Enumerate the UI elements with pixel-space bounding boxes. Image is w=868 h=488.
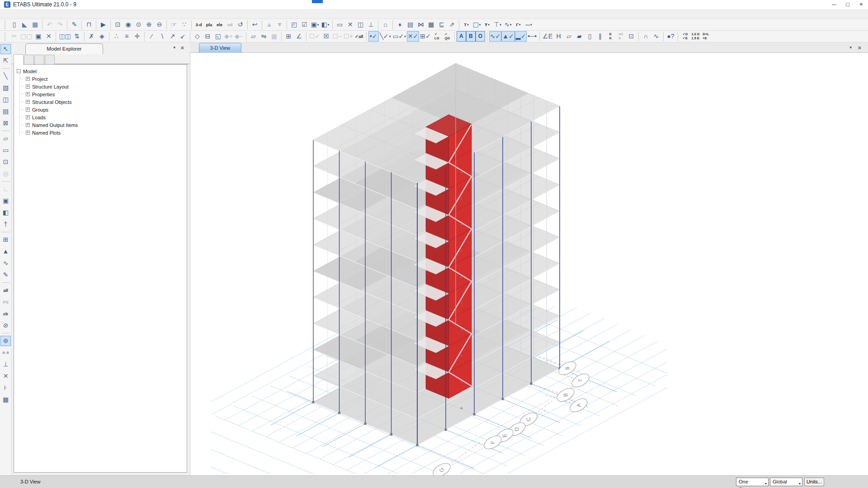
pan-icon[interactable]: ☞ — [169, 19, 179, 30]
mirror-icon[interactable]: ⇋ — [259, 31, 269, 42]
copy-icon[interactable]: ▢▢ — [19, 31, 33, 42]
load-dle-icon[interactable]: D+L+E — [701, 31, 711, 42]
quick-draw-frame-icon[interactable]: ▧ — [0, 83, 11, 93]
snap-lines-icon[interactable]: ╲✓ ▾ — [379, 31, 392, 42]
redo-icon[interactable]: ↷ — [55, 19, 65, 30]
select-pointer-icon[interactable]: ↖ — [0, 44, 11, 54]
delete-assigns-icon[interactable]: ☒ — [321, 31, 331, 42]
undo-icon[interactable]: ↶ — [44, 19, 55, 30]
water-drop-icon[interactable]: ♦ — [395, 19, 405, 30]
align-points-icon[interactable]: ∴ — [111, 31, 122, 42]
open-model-icon[interactable]: ◣ — [19, 19, 30, 30]
object-shade-icon[interactable]: ◧ ▾ — [320, 19, 330, 30]
tab-reports[interactable] — [45, 55, 55, 65]
minimize-button[interactable]: — — [827, 0, 841, 9]
overline-t-tool-icon[interactable]: Ŧ ▾ — [482, 19, 492, 30]
replicate-icon[interactable]: ⇅ — [72, 31, 82, 42]
show-grid-lines-icon[interactable]: B — [466, 31, 476, 42]
view-3d-icon[interactable]: 3-d — [193, 19, 204, 30]
coord-system-combo[interactable]: Global ▾ — [770, 478, 802, 486]
restore-full-view-icon[interactable]: ◉ — [123, 19, 133, 30]
tree-expander[interactable]: + — [26, 123, 30, 127]
edit-diaphragm-icon[interactable]: ▦ — [269, 31, 279, 42]
previous-display-icon[interactable]: ↩ — [250, 19, 260, 30]
draw-line-icon[interactable]: ╲ — [0, 71, 11, 81]
zoom-out-icon[interactable]: ⊖ — [154, 19, 165, 30]
show-architecture-icon[interactable]: A — [457, 31, 466, 42]
plot-functions-icon[interactable]: ∠E — [542, 31, 553, 42]
draw-dimension-icon[interactable]: ✎ — [0, 270, 11, 280]
snap-midpoints-icon[interactable]: ∘∘ — [0, 347, 11, 358]
panel-caret-icon[interactable]: ▾ — [173, 45, 175, 50]
snap-qg-icon[interactable]: ✓QG — [442, 31, 453, 42]
corner-tool-icon[interactable]: Γ ▾ — [513, 19, 524, 30]
query-ball-icon[interactable]: ●? — [665, 31, 676, 42]
trim-frames-icon[interactable]: ∕ — [146, 31, 157, 42]
snap-joints-icon[interactable]: ⊚ — [0, 336, 11, 346]
draw-link-icon[interactable]: † — [0, 219, 11, 230]
mesh-areas-icon[interactable]: ◇ — [192, 31, 203, 42]
clear-selection-icon[interactable]: clr — [0, 309, 11, 319]
tree-item-named-plots[interactable]: + Named Plots — [14, 129, 187, 136]
quick-draw-wall-icon[interactable]: ▣ — [0, 196, 11, 206]
move-up-story-icon[interactable]: ▲ — [264, 19, 274, 30]
tree-item-structural-objects[interactable]: + Structural Objects — [14, 98, 187, 106]
draw-rect-area-icon[interactable]: ▭ — [0, 145, 11, 155]
slab-icon[interactable]: ▱ — [564, 31, 574, 42]
section-bed-icon[interactable]: ⊑ — [436, 19, 447, 30]
previous-selection-icon[interactable]: PS — [0, 297, 11, 307]
draw-tower-icon[interactable]: ▲ — [0, 246, 11, 257]
zoom-in-icon[interactable]: ⊕ — [144, 19, 154, 30]
move-down-story-icon[interactable]: ▼ — [274, 19, 285, 30]
tree-expander[interactable]: + — [26, 131, 30, 135]
quick-draw-column-icon[interactable]: ◫ — [0, 94, 11, 105]
tree-item-groups[interactable]: + Groups — [14, 106, 187, 113]
tree-item-project[interactable]: + Project — [14, 75, 187, 83]
bridge-icon[interactable]: ⋈ — [415, 19, 426, 30]
draw-wall-stack-icon[interactable]: ∟ — [0, 184, 11, 194]
draw-poly-area-icon[interactable]: ▱ — [0, 133, 11, 144]
tree-item-properties[interactable]: + Properties — [14, 90, 187, 98]
move-objects-icon[interactable]: ✛ — [132, 31, 142, 42]
similar-stories-icon[interactable]: ◫◫ — [58, 31, 71, 42]
draw-opening-icon[interactable]: ◧ — [0, 207, 11, 218]
edit-axes-icon[interactable]: ∠ — [294, 31, 304, 42]
tree-expander[interactable]: - — [17, 69, 21, 73]
units-button[interactable]: Units... — [804, 478, 824, 486]
quick-draw-area-icon[interactable]: ⊡ — [0, 157, 11, 167]
previous-zoom-icon[interactable]: ⊙ — [133, 19, 144, 30]
grid-options-icon[interactable]: ⊞ — [283, 31, 294, 42]
delete-icon[interactable]: ✕ — [43, 31, 54, 42]
tendon-icon[interactable]: ∥ — [595, 31, 605, 42]
rotate-3d-view-icon[interactable]: ↺ — [235, 19, 245, 30]
tree-expander[interactable]: + — [26, 100, 30, 104]
break-objects-icon[interactable]: ✗ — [86, 31, 97, 42]
draw-curve-icon[interactable]: ∿ — [0, 258, 11, 268]
show-loads-icon[interactable]: ▂✓ — [515, 31, 527, 42]
extend-frames-icon[interactable]: ∖ — [157, 31, 167, 42]
assign-selection-icon[interactable]: ☐✓ — [308, 31, 321, 42]
label-tool-icon[interactable]: ⊤ ▾ — [492, 19, 503, 30]
select-display-icon[interactable]: ◰ — [289, 19, 299, 30]
snap-fine-grid-icon[interactable]: ▦ — [0, 394, 11, 405]
wall-panel-icon[interactable]: ▯ — [585, 31, 595, 42]
model-explorer-title-tab[interactable]: Model Explorer — [25, 43, 103, 54]
view-caret-icon[interactable]: ▾ — [849, 45, 852, 50]
point-object-icon[interactable]: ⊡ — [626, 31, 637, 42]
show-deformed-icon[interactable]: ∿✓ — [489, 31, 501, 42]
new-model-icon[interactable]: ▯ — [9, 19, 19, 30]
panel-close-icon[interactable]: ✕ — [180, 45, 184, 51]
paste-icon[interactable]: ▣ — [33, 31, 43, 42]
snap-points-icon[interactable]: •✓ — [368, 31, 379, 42]
tree-item-model[interactable]: - Model — [14, 67, 187, 75]
cut-icon[interactable]: ✂ — [9, 31, 19, 42]
save-icon[interactable]: ▦ — [30, 19, 40, 30]
snap-perpendicular-icon[interactable]: ⊥ — [0, 359, 11, 370]
extend-lines-icon[interactable]: ↙ — [178, 31, 188, 42]
elevation-view-icon[interactable]: ele — [214, 19, 225, 30]
edit-floor-icon[interactable]: ▱ — [248, 31, 259, 42]
ke-factor-icon[interactable]: EK — [605, 31, 616, 42]
squiggle-tool-icon[interactable]: ∿ ▾ — [503, 19, 513, 30]
time-history-icon[interactable]: ∿ — [651, 31, 661, 42]
merge-objects-icon[interactable]: ◈ — [97, 31, 107, 42]
